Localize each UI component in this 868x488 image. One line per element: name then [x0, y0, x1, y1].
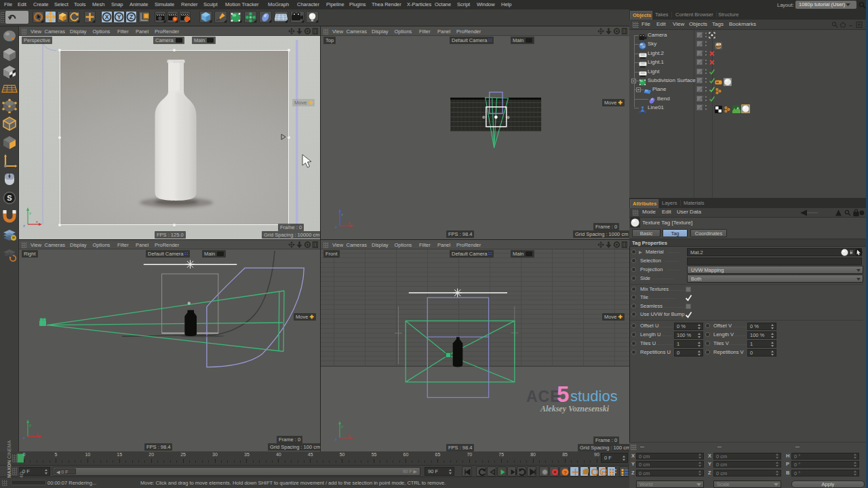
svg-text:x: x	[36, 220, 38, 224]
svg-text:y: y	[341, 424, 343, 428]
svg-text:z: z	[23, 224, 25, 228]
svg-text:y: y	[29, 211, 31, 215]
svg-text:S: S	[7, 194, 12, 202]
svg-text:x: x	[36, 432, 38, 436]
svg-text:x: x	[348, 433, 350, 437]
svg-text:Z: Z	[130, 14, 133, 20]
svg-text:?: ?	[564, 470, 567, 476]
svg-text:z: z	[335, 437, 337, 441]
svg-text:z: z	[23, 436, 25, 440]
svg-text:X: X	[105, 14, 109, 20]
svg-text:Y: Y	[117, 14, 121, 20]
svg-text:z: z	[335, 225, 337, 229]
svg-text:P: P	[601, 470, 606, 476]
svg-text:y: y	[341, 212, 343, 216]
svg-text:x: x	[348, 221, 350, 225]
svg-text:y: y	[29, 423, 31, 427]
